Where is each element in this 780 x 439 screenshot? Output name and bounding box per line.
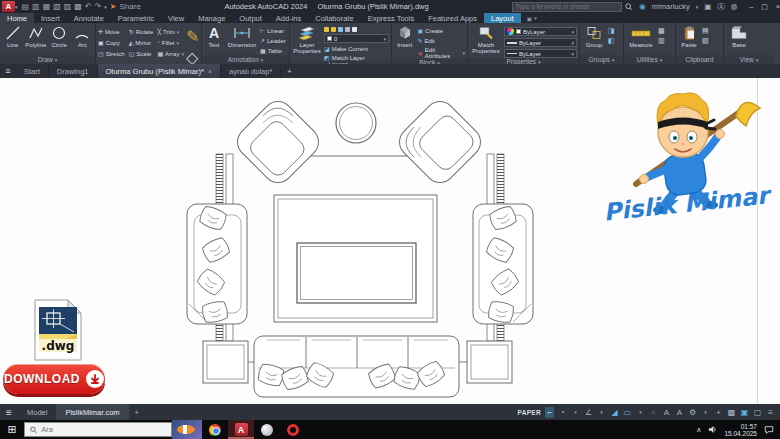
line-tool[interactable]: Line (2, 25, 23, 48)
minimize-button[interactable]: – (749, 3, 753, 11)
osnap-icon[interactable]: ▭ (623, 407, 632, 418)
taskbar-search[interactable] (24, 422, 172, 437)
layout-tab-pislikmimar[interactable]: PislikMimar.com (56, 404, 128, 420)
block-edit-tool[interactable]: ✎Edit (417, 37, 465, 44)
selection-cycling-icon[interactable]: ▫ (649, 407, 658, 418)
edit-attributes-tool[interactable]: ❖Edit Attributes▾ (417, 47, 465, 59)
move-tool[interactable]: ✢Move (98, 26, 125, 37)
close-button[interactable]: × (776, 3, 780, 11)
group-tool[interactable]: Group (582, 25, 606, 48)
measure-tool[interactable]: Measure (626, 25, 656, 48)
panel-expand-caret-icon[interactable]: ▾ (55, 57, 58, 63)
maximize-button[interactable]: ▢ (761, 3, 768, 11)
color-dropdown[interactable]: ByLayer ▾ (504, 27, 577, 36)
weather-widget[interactable] (172, 420, 202, 439)
signed-in-user[interactable]: mimarlucky (652, 2, 690, 11)
dimension-tool[interactable]: Dimension (226, 25, 258, 48)
open-file-icon[interactable]: ▥ (32, 2, 40, 12)
file-tab-start[interactable]: Start (16, 64, 49, 78)
layer-dropdown[interactable]: 0 ▾ (324, 34, 389, 43)
undo-icon[interactable]: ↶ (85, 2, 92, 12)
help-icon[interactable]: ◍ (731, 2, 738, 11)
stretch-tool[interactable]: ◳Stretch (98, 48, 125, 59)
layer-lock-icon[interactable] (345, 27, 350, 32)
layer-state-icons[interactable] (324, 27, 389, 32)
annotation-visibility-icon[interactable]: A (662, 407, 671, 418)
taskbar-chrome[interactable] (202, 420, 228, 439)
scale-tool[interactable]: ◱Scale (129, 48, 154, 59)
ungroup-icon[interactable]: ◨ (608, 27, 615, 35)
drawing-canvas[interactable]: Pislik Mimar .dwg DOWNLOAD (0, 78, 780, 404)
rotate-tool[interactable]: ↻Rotate (129, 26, 154, 37)
panel-expand-caret-icon[interactable]: ▾ (660, 57, 663, 63)
model-tab[interactable]: Model (18, 404, 56, 420)
download-button[interactable]: DOWNLOAD (3, 364, 105, 394)
file-tab-menu-icon[interactable]: ≡ (0, 64, 16, 78)
linear-tool[interactable]: ⊢Linear (260, 27, 286, 34)
redo-icon[interactable]: ↷ (95, 2, 102, 12)
taskbar-search-input[interactable] (41, 425, 166, 434)
search-icon[interactable] (625, 3, 633, 11)
tab-manage[interactable]: Manage (191, 13, 232, 23)
tab-annotate[interactable]: Annotate (67, 13, 111, 23)
layer-isolate-icon[interactable] (338, 27, 343, 32)
cut-icon[interactable]: ▧ (702, 37, 709, 45)
base-tool[interactable]: Base (726, 25, 752, 48)
help-search-box[interactable] (512, 2, 622, 12)
grid-display-icon[interactable]: ◔ (558, 407, 567, 418)
workspace-switching-icon[interactable]: ▩ (727, 407, 736, 418)
user-caret-icon[interactable]: ▾ (696, 4, 699, 10)
layer-on-icon[interactable] (324, 27, 329, 32)
layer-thaw-icon[interactable] (331, 27, 336, 32)
tab-layout[interactable]: Layout (484, 13, 521, 23)
group-edit-icon[interactable]: ◧ (608, 37, 615, 45)
side-table-right[interactable] (467, 341, 512, 383)
file-tab-drawing1[interactable]: Drawing1 (49, 64, 98, 78)
mirror-tool[interactable]: ◭Mirror (129, 37, 154, 48)
new-layout-plus-icon[interactable]: + (129, 404, 145, 420)
autoscale-icon[interactable]: A (675, 407, 684, 418)
quick-select-icon[interactable]: ▩ (658, 27, 665, 35)
panel-expand-caret-icon[interactable]: ▾ (756, 57, 759, 63)
paste-tool[interactable]: Paste (678, 25, 700, 48)
table-tool[interactable]: ▦Table (260, 47, 286, 54)
app-menu-caret-icon[interactable]: ▾ (15, 4, 18, 10)
notification-icon[interactable] (764, 425, 774, 435)
array-tool[interactable]: ▦Array▾ (157, 48, 184, 59)
match-layer-tool[interactable]: ◩Match Layer (324, 54, 389, 61)
armchair-left[interactable] (231, 95, 324, 188)
save-icon[interactable]: ▦ (43, 2, 51, 12)
tab-output[interactable]: Output (232, 13, 269, 23)
clock[interactable]: 01:57 15.04.2025 (724, 423, 757, 437)
erase-icon[interactable]: ✎ (186, 27, 199, 46)
tab-view[interactable]: View (161, 13, 191, 23)
new-drawing-plus-icon[interactable]: + (281, 64, 297, 78)
share-button[interactable]: Share (120, 2, 141, 12)
panel-label-draw[interactable]: Draw (38, 56, 53, 63)
plot-icon[interactable]: ▨ (64, 2, 72, 12)
text-tool[interactable]: A Text (204, 25, 224, 48)
lineweight-dropdown[interactable]: ByLayer ▾ (504, 38, 577, 47)
circle-tool[interactable]: Circle (49, 25, 70, 48)
panel-label-clipboard[interactable]: Clipboard (686, 56, 714, 63)
workspace-caret-icon[interactable]: ▾ (104, 2, 107, 12)
new-file-icon[interactable]: ▤ (22, 2, 30, 12)
round-table[interactable] (336, 103, 376, 143)
chevron-down-icon[interactable]: ▾ (571, 407, 580, 418)
panel-expand-caret-icon[interactable]: ▾ (612, 57, 615, 63)
chevron-down-icon[interactable]: ▾ (636, 407, 645, 418)
app-store-icon[interactable]: ▣ (704, 2, 711, 11)
copy-tool[interactable]: ▣Copy (98, 37, 125, 48)
tab-insert[interactable]: Insert (34, 13, 67, 23)
linetype-dropdown[interactable]: ByLayer ▾ (504, 49, 577, 58)
layout-menu-icon[interactable]: ≡ (0, 404, 18, 420)
chevron-down-icon[interactable]: ▾ (701, 407, 710, 418)
arc-tool[interactable]: Arc (72, 25, 93, 48)
coffee-table[interactable] (297, 243, 416, 303)
close-tab-icon[interactable]: × (208, 68, 212, 75)
block-create-tool[interactable]: ▣Create (417, 27, 465, 34)
tab-featured-apps[interactable]: Featured Apps (421, 13, 484, 23)
customization-menu-icon[interactable]: ≡ (766, 407, 775, 418)
isodraft-icon[interactable]: ◢ (610, 407, 619, 418)
panel-label-view[interactable]: View (740, 56, 754, 63)
